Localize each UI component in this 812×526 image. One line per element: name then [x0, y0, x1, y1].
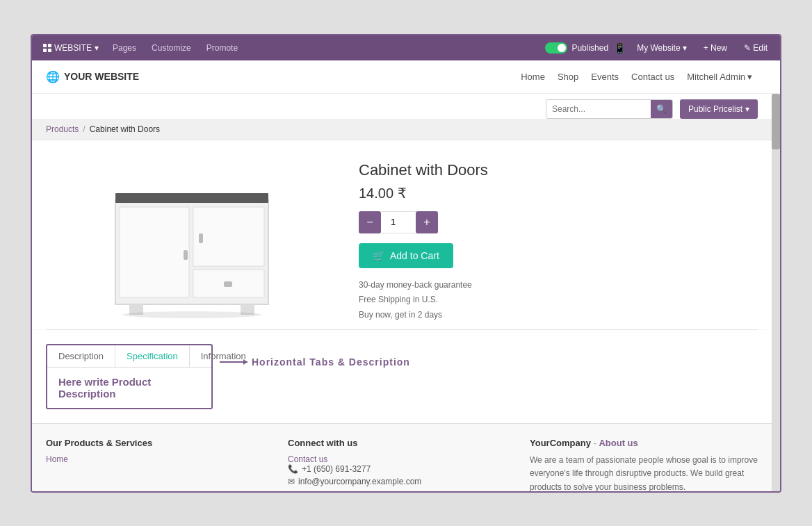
promote-link[interactable]: Promote [201, 40, 243, 56]
cart-icon: 🛒 [373, 250, 384, 261]
product-image [60, 158, 324, 318]
toggle-thumb [558, 44, 566, 52]
footer-phone: 📞 +1 (650) 691-3277 [288, 464, 516, 474]
mobile-preview-icon[interactable]: 📱 [614, 42, 626, 54]
quantity-increase-btn[interactable]: + [416, 211, 438, 233]
tab-specification[interactable]: Specification [115, 345, 190, 367]
product-image-area [46, 154, 338, 323]
website-dropdown-icon: ▾ [95, 43, 99, 53]
nav-shop[interactable]: Shop [558, 72, 578, 82]
annotation-text: Horizontal Tabs & Description [252, 356, 410, 368]
admin-bar-right: Published 📱 My Website ▾ + New ✎ Edit [545, 40, 773, 56]
website-nav: 🌐 YOUR WEBSITE Home Shop Events Contact … [32, 60, 780, 94]
quantity-row: − + [359, 211, 758, 233]
email-icon: ✉ [288, 477, 295, 486]
published-label: Published [571, 43, 608, 53]
breadcrumb-parent[interactable]: Products [46, 124, 79, 134]
pricelist-label: Public Pricelist [688, 104, 742, 114]
tabs-section: Description Specification Information He… [32, 330, 772, 423]
publish-toggle[interactable]: Published [545, 42, 608, 54]
footer-col3-description: We are a team of passionate people whose… [530, 454, 758, 491]
svg-rect-5 [184, 250, 188, 260]
breadcrumb-separator: / [83, 124, 85, 134]
search-button[interactable]: 🔍 [651, 100, 672, 118]
footer-col-1: Our Products & Services Home [46, 438, 274, 491]
svg-rect-6 [199, 233, 203, 243]
customize-link[interactable]: Customize [146, 40, 197, 56]
svg-rect-2 [120, 207, 189, 297]
product-title: Cabinet with Doors [359, 161, 758, 179]
my-website-dropdown-icon: ▾ [683, 43, 687, 53]
tabs-annotation: Horizontal Tabs & Description [220, 356, 410, 368]
footer-section: Our Products & Services Home Connect wit… [32, 423, 772, 491]
product-meta: 30-day money-back guarantee Free Shippin… [359, 278, 758, 323]
add-to-cart-button[interactable]: 🛒 Add to Cart [359, 243, 453, 268]
nav-links: Home Shop Events Contact us Mitchell Adm… [521, 72, 752, 82]
phone-icon: 📞 [288, 464, 298, 474]
footer-email: ✉ info@yourcompany.example.com [288, 477, 516, 486]
quantity-input[interactable] [381, 211, 416, 233]
svg-rect-3 [193, 207, 264, 266]
scrollbar-thumb[interactable] [772, 94, 780, 149]
footer-col1-title: Our Products & Services [46, 438, 274, 448]
search-pricelist-row: 🔍 Public Pricelist ▾ [32, 94, 772, 119]
breadcrumb-current: Cabinet with Doors [90, 124, 160, 134]
website-menu-btn[interactable]: WEBSITE ▾ [39, 40, 103, 56]
footer-home-link[interactable]: Home [46, 454, 68, 464]
content-area: 🔍 Public Pricelist ▾ Products / Cabinet … [32, 94, 780, 491]
pricelist-button[interactable]: Public Pricelist ▾ [680, 99, 758, 119]
meta-line-2: Free Shipping in U.S. [359, 293, 758, 308]
footer-col2-title: Connect with us [288, 438, 516, 448]
pricelist-dropdown-icon: ▾ [745, 104, 749, 114]
admin-bar: WEBSITE ▾ Pages Customize Promote Publis… [32, 35, 780, 60]
new-btn[interactable]: + New [698, 40, 733, 56]
user-name: Mitchell Admin [687, 72, 745, 82]
product-price: 14.00 ₹ [359, 185, 758, 202]
tabs-container: Description Specification Information He… [46, 344, 213, 409]
footer-contact-link[interactable]: Contact us [288, 454, 327, 464]
globe-icon: 🌐 [46, 70, 60, 83]
tab-description[interactable]: Description [47, 345, 115, 367]
breadcrumb: Products / Cabinet with Doors [32, 119, 772, 140]
user-menu[interactable]: Mitchell Admin ▾ [687, 72, 752, 82]
tabs-header: Description Specification Information [47, 345, 211, 368]
footer-col3-title: YourCompany - About us [530, 438, 758, 448]
svg-rect-1 [115, 193, 268, 203]
add-to-cart-label: Add to Cart [390, 250, 439, 261]
site-name: YOUR WEBSITE [64, 71, 139, 82]
grid-icon [43, 44, 51, 52]
new-label: + New [704, 43, 727, 53]
nav-contact[interactable]: Contact us [631, 72, 674, 82]
product-section: Cabinet with Doors 14.00 ₹ − + 🛒 Add to … [32, 140, 772, 330]
nav-events[interactable]: Events [591, 72, 619, 82]
site-logo: 🌐 YOUR WEBSITE [46, 70, 139, 83]
meta-line-3: Buy now, get in 2 days [359, 308, 758, 323]
edit-btn[interactable]: ✎ Edit [738, 40, 773, 56]
cabinet-illustration [95, 172, 289, 318]
user-dropdown-icon: ▾ [747, 72, 752, 82]
tab-content-text: Here write Product Description [58, 376, 200, 400]
meta-line-1: 30-day money-back guarantee [359, 278, 758, 293]
svg-point-10 [122, 311, 261, 318]
website-label: WEBSITE [54, 43, 92, 53]
pages-link[interactable]: Pages [107, 40, 142, 56]
search-input[interactable] [546, 101, 651, 117]
about-link[interactable]: About us [599, 438, 638, 448]
svg-rect-7 [224, 281, 232, 287]
nav-home[interactable]: Home [521, 72, 545, 82]
annotation-arrow-line [220, 361, 247, 363]
quantity-decrease-btn[interactable]: − [359, 211, 381, 233]
footer-col-3: YourCompany - About us We are a team of … [530, 438, 758, 491]
search-box: 🔍 [546, 99, 673, 119]
footer-col-2: Connect with us Contact us 📞 +1 (650) 69… [288, 438, 516, 491]
tab-content-area: Here write Product Description [47, 368, 211, 408]
edit-label: ✎ Edit [744, 43, 768, 53]
main-content: 🔍 Public Pricelist ▾ Products / Cabinet … [32, 94, 772, 491]
product-details: Cabinet with Doors 14.00 ₹ − + 🛒 Add to … [359, 154, 758, 323]
my-website-label: My Website [637, 43, 680, 53]
scrollbar[interactable] [772, 94, 780, 491]
my-website-btn[interactable]: My Website ▾ [631, 40, 692, 56]
toggle-track[interactable] [545, 42, 567, 54]
